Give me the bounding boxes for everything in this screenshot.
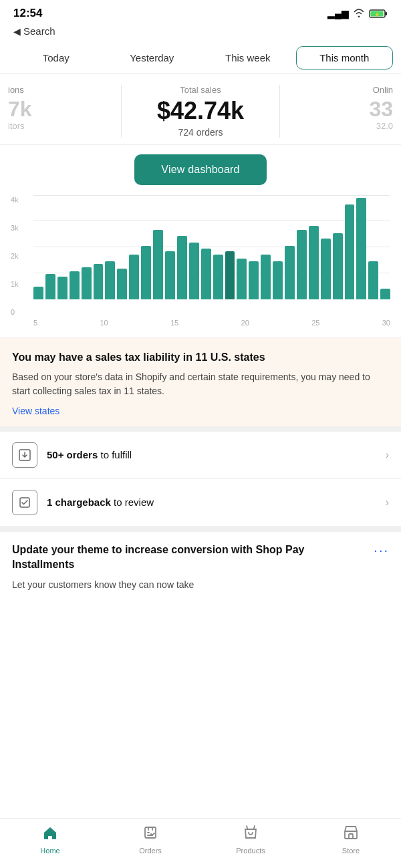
chart-bar-11 bbox=[153, 230, 163, 299]
chart-bar-28 bbox=[356, 198, 366, 299]
promo-body: Let your customers know they can now tak… bbox=[12, 578, 389, 592]
x-label-10: 10 bbox=[100, 319, 108, 327]
alert-card: You may have a sales tax liability in 11… bbox=[0, 337, 401, 426]
y-label-1k: 1k bbox=[11, 280, 31, 288]
back-label: Search bbox=[23, 25, 55, 37]
y-label-0: 0 bbox=[11, 308, 31, 316]
chart-bar-3 bbox=[57, 277, 68, 299]
tab-this-month[interactable]: This month bbox=[296, 46, 394, 69]
chargeback-chevron-icon: › bbox=[386, 496, 389, 509]
nav-products[interactable]: Products bbox=[200, 825, 301, 855]
online-label: Onlin bbox=[288, 85, 393, 95]
total-sales-value: $42.74k bbox=[127, 98, 274, 124]
chart-bar-29 bbox=[368, 261, 378, 299]
home-icon bbox=[42, 825, 58, 845]
chargeback-item[interactable]: 1 chargeback to review › bbox=[0, 479, 401, 527]
chart-bar-17 bbox=[225, 251, 235, 299]
svg-rect-7 bbox=[345, 831, 357, 839]
y-label-2k: 2k bbox=[11, 252, 31, 260]
bottom-nav: Home Orders Products bbox=[0, 819, 401, 868]
svg-rect-1 bbox=[385, 12, 387, 15]
status-time: 12:54 bbox=[13, 7, 42, 20]
tab-yesterday[interactable]: Yesterday bbox=[104, 47, 200, 69]
chart-bar-7 bbox=[105, 261, 115, 299]
orders-nav-icon bbox=[142, 825, 158, 845]
chart-bar-5 bbox=[82, 267, 92, 299]
x-label-30: 30 bbox=[382, 319, 390, 327]
chart-bar-22 bbox=[285, 246, 295, 299]
chart-bar-8 bbox=[117, 269, 127, 299]
stat-online: Onlin 33 32.0 bbox=[280, 85, 401, 138]
svg-rect-6 bbox=[145, 827, 156, 838]
chart-bar-6 bbox=[94, 264, 104, 299]
chart-bar-26 bbox=[333, 233, 343, 299]
sessions-value: 7k bbox=[8, 98, 113, 121]
orders-suffix: to fulfill bbox=[98, 449, 132, 460]
nav-home[interactable]: Home bbox=[0, 825, 100, 855]
visitors-label: itors bbox=[8, 121, 113, 131]
promo-header: Update your theme to increase conversion… bbox=[12, 543, 389, 573]
chart-bar-25 bbox=[321, 239, 331, 299]
stats-row: ions 7k itors Total sales $42.74k 724 or… bbox=[0, 74, 401, 145]
total-sales-label: Total sales bbox=[127, 85, 274, 95]
store-nav-icon bbox=[343, 825, 359, 845]
chart-bar-30 bbox=[380, 289, 390, 299]
download-box-icon bbox=[18, 448, 31, 462]
promo-options-button[interactable]: ··· bbox=[374, 543, 389, 558]
tab-this-week[interactable]: This week bbox=[200, 47, 296, 69]
orders-fulfill-text: 50+ orders to fulfill bbox=[47, 449, 386, 460]
orders-icon-wrap bbox=[12, 442, 37, 468]
view-dashboard-button[interactable]: View dashboard bbox=[134, 154, 266, 185]
sessions-label: ions bbox=[8, 85, 113, 95]
products-nav-icon bbox=[243, 825, 259, 845]
chart-bar-21 bbox=[273, 261, 283, 299]
nav-store-label: Store bbox=[342, 847, 360, 855]
nav-orders-label: Orders bbox=[139, 847, 162, 855]
chargeback-count-bold: 1 chargeback bbox=[47, 496, 111, 508]
chart-bar-2 bbox=[45, 274, 55, 299]
chart-bar-19 bbox=[249, 261, 259, 299]
chart-bar-27 bbox=[345, 204, 355, 299]
action-list: 50+ orders to fulfill › 1 chargeback to … bbox=[0, 426, 401, 527]
signal-icon: ▂▄▆ bbox=[327, 8, 349, 19]
wifi-icon bbox=[353, 8, 365, 19]
y-label-3k: 3k bbox=[11, 224, 31, 232]
stat-total-sales: Total sales $42.74k 724 orders bbox=[121, 85, 280, 138]
x-label-25: 25 bbox=[311, 319, 319, 327]
promo-title: Update your theme to increase conversion… bbox=[12, 543, 374, 573]
online-sub: 32.0 bbox=[288, 121, 393, 131]
back-nav[interactable]: ◀ Search bbox=[0, 24, 401, 42]
chart-bar-24 bbox=[309, 226, 319, 299]
status-icons: ▂▄▆ ⚡ bbox=[327, 8, 388, 19]
filter-tabs: Today Yesterday This week This month bbox=[0, 42, 401, 74]
chart-bar-23 bbox=[297, 230, 307, 299]
view-states-link[interactable]: View states bbox=[12, 406, 59, 416]
battery-icon: ⚡ bbox=[369, 9, 388, 19]
chart-bar-18 bbox=[237, 259, 247, 299]
chart-bar-1 bbox=[33, 287, 43, 299]
chart-bar-9 bbox=[129, 255, 139, 299]
chargeback-icon-wrap bbox=[12, 490, 37, 515]
chargeback-suffix: to review bbox=[111, 496, 154, 508]
alert-body: Based on your store's data in Shopify an… bbox=[12, 370, 389, 398]
nav-orders[interactable]: Orders bbox=[100, 825, 200, 855]
stat-sessions: ions 7k itors bbox=[0, 85, 121, 138]
chart-x-labels: 5 10 15 20 25 30 bbox=[33, 319, 390, 327]
svg-rect-8 bbox=[349, 834, 353, 839]
x-label-5: 5 bbox=[33, 319, 37, 327]
tab-today[interactable]: Today bbox=[8, 47, 104, 69]
chargeback-text: 1 chargeback to review bbox=[47, 496, 386, 508]
chart-bar-13 bbox=[177, 236, 187, 299]
chart-bar-16 bbox=[213, 255, 223, 299]
chart-bar-4 bbox=[70, 271, 80, 299]
orders-chevron-icon: › bbox=[386, 449, 389, 461]
chart-bars bbox=[33, 196, 390, 299]
orders-count: 724 orders bbox=[127, 127, 274, 138]
orders-fulfill-item[interactable]: 50+ orders to fulfill › bbox=[0, 432, 401, 479]
chart-bar-12 bbox=[165, 251, 175, 299]
chart-bar-10 bbox=[141, 246, 151, 299]
dashboard-btn-wrap: View dashboard bbox=[0, 145, 401, 196]
clipboard-check-icon bbox=[18, 496, 31, 509]
nav-store[interactable]: Store bbox=[301, 825, 401, 855]
y-label-4k: 4k bbox=[11, 196, 31, 204]
